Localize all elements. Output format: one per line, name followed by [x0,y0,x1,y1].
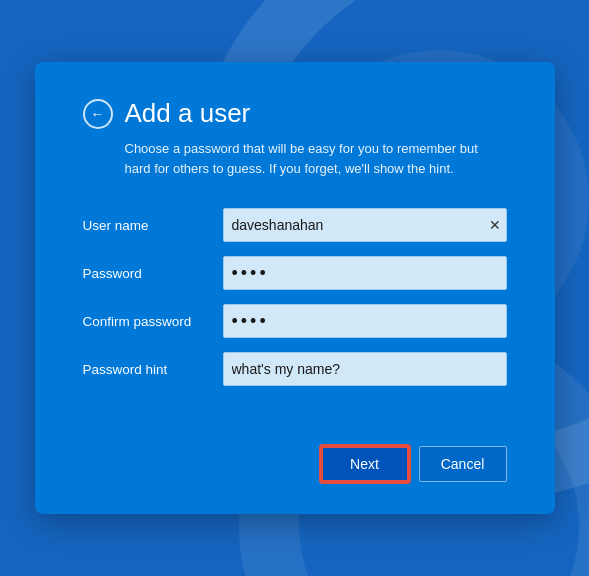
confirm-password-label: Confirm password [83,314,223,329]
hint-input-wrap [223,352,507,386]
hint-row: Password hint [83,350,507,388]
password-label: Password [83,266,223,281]
confirm-password-input[interactable] [223,304,507,338]
button-row: Next Cancel [83,446,507,482]
dialog-title: Add a user [125,98,251,129]
confirm-password-row: Confirm password [83,302,507,340]
clear-username-button[interactable]: ✕ [489,218,501,232]
username-input-wrap: ✕ [223,208,507,242]
dialog-subtitle: Choose a password that will be easy for … [125,139,507,178]
next-button[interactable]: Next [321,446,409,482]
confirm-password-input-wrap [223,304,507,338]
form-section: User name ✕ Password Confirm password Pa… [83,206,507,398]
add-user-dialog: ← Add a user Choose a password that will… [35,62,555,514]
password-input[interactable] [223,256,507,290]
back-button[interactable]: ← [83,99,113,129]
hint-input[interactable] [223,352,507,386]
title-row: ← Add a user [83,98,507,129]
cancel-button[interactable]: Cancel [419,446,507,482]
username-label: User name [83,218,223,233]
username-row: User name ✕ [83,206,507,244]
username-input[interactable] [223,208,507,242]
password-row: Password [83,254,507,292]
hint-label: Password hint [83,362,223,377]
password-input-wrap [223,256,507,290]
